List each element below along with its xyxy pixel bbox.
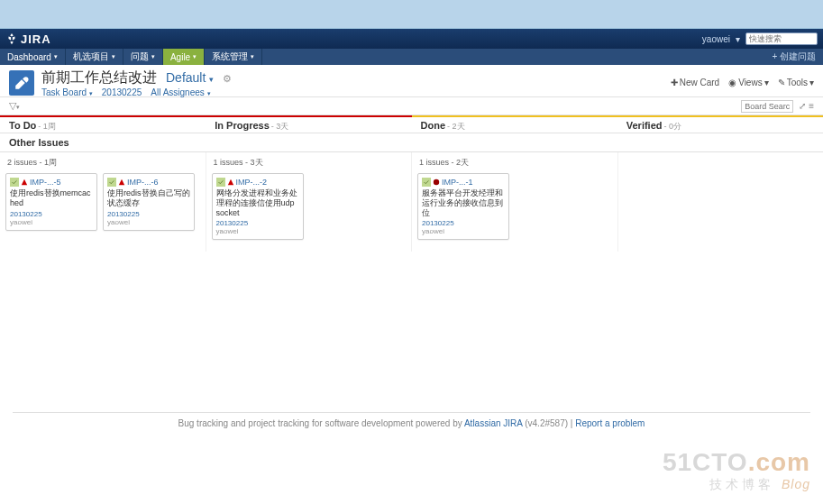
logo-text: JIRA [21,32,51,46]
card-key: IMP-...-5 [10,178,93,187]
card[interactable]: IMP-...-6 使用redis替换自己写的状态缓存 20130225 yao… [103,173,195,231]
nav-dashboard[interactable]: Dashboard▾ [0,49,66,65]
card-version: 20130225 [216,219,299,227]
card-summary: 使用redis替换自己写的状态缓存 [107,188,190,208]
svg-rect-3 [422,178,431,187]
jira-header: JIRA yaowei ▾ [0,29,823,49]
done-status-icon [433,179,440,186]
card-assignee: yaowei [422,227,505,235]
jira-logo-icon [5,32,18,45]
card-assignee: yaowei [107,218,190,226]
column-count: 1 issues - 2天 [417,155,612,173]
card-summary: 服务器平台开发经理和运行业务的接收信息到位 [422,188,505,217]
quick-search-input[interactable] [745,32,818,45]
eye-icon: ◉ [728,78,736,87]
nav-bar: Dashboard▾ 机选项目▾ 问题▾ Agile▾ 系统管理▾ + 创建问题 [0,49,823,65]
filter-dropdown-icon[interactable]: ▽▾ [9,100,20,112]
swimlane: 2 issues - 1周 IMP-...-5 使用redis替换memcach… [0,152,823,252]
board-default-dropdown[interactable]: Default ▾ [166,70,214,85]
expand-icon[interactable]: ⤢ [799,101,806,111]
column-count: 1 issues - 3天 [212,155,407,173]
priority-icon [118,179,125,186]
filter-row: ▽▾ ⤢ ≡ [0,97,823,115]
username-link[interactable]: yaowei [702,34,730,44]
priority-icon [227,179,234,186]
column-todo[interactable]: 2 issues - 1周 IMP-...-5 使用redis替换memcach… [0,152,206,252]
nav-projects[interactable]: 机选项目▾ [66,49,123,65]
column-header-verified: Verified- 0分 [617,115,823,133]
board-search-input[interactable] [741,100,793,113]
column-count: 2 issues - 1周 [5,155,200,173]
header-actions: ✚New Card ◉Views▾ ✎Tools▾ [671,78,814,87]
project-icon [9,70,34,96]
column-progress[interactable]: 1 issues - 3天 IMP-...-2 网络分发进程和业务处理程的连接信… [206,152,413,252]
task-board-link[interactable]: Task Board ▾ [41,87,93,97]
tools-icon: ✎ [778,78,785,87]
svg-rect-0 [10,178,19,187]
nav-create-issue[interactable]: + 创建问题 [764,49,823,65]
card-version: 20130225 [422,219,505,227]
assignees-dropdown[interactable]: All Assignees ▾ [151,87,210,97]
nav-issues[interactable]: 问题▾ [123,49,163,65]
watermark: 51CTO.com 技术博客 Blog [663,448,810,493]
card[interactable]: IMP-...-5 使用redis替换memcached 20130225 ya… [5,173,97,231]
footer-jira-link[interactable]: Atlassian JIRA [464,418,522,428]
svg-rect-2 [216,178,225,187]
task-type-icon [422,178,431,187]
task-type-icon [10,178,19,187]
card-key: IMP-...-1 [422,178,505,187]
card[interactable]: IMP-...-1 服务器平台开发经理和运行业务的接收信息到位 20130225… [417,173,509,240]
new-card-button[interactable]: ✚New Card [671,78,719,87]
column-done[interactable]: 1 issues - 2天 IMP-...-1 服务器平台开发经理和运行业务的接… [412,152,618,252]
username-caret: ▾ [736,34,740,44]
card-version: 20130225 [10,210,93,218]
project-title: 前期工作总结改进 [41,69,157,87]
column-header-progress: In Progress- 3天 [206,115,411,133]
card-assignee: yaowei [216,227,299,235]
gear-icon[interactable]: ⚙ [223,73,232,85]
card-summary: 网络分发进程和业务处理程的连接信使用udp socket [216,188,299,217]
column-headers: To Do- 1周 In Progress- 3天 Done- 2天 Verif… [0,115,823,133]
card-key: IMP-...-6 [107,178,190,187]
footer-report-link[interactable]: Report a problem [575,418,645,428]
collapse-icon[interactable]: ≡ [809,101,814,111]
card-version: 20130225 [107,210,190,218]
column-header-done: Done- 2天 [412,115,617,133]
views-dropdown[interactable]: ◉Views▾ [728,78,769,87]
column-count [624,155,818,161]
svg-rect-1 [107,178,116,187]
page-header: 前期工作总结改进 Default ▾ ⚙ Task Board ▾ 201302… [0,65,823,97]
tools-dropdown[interactable]: ✎Tools▾ [778,78,814,87]
card[interactable]: IMP-...-2 网络分发进程和业务处理程的连接信使用udp socket 2… [212,173,304,240]
sprint-link[interactable]: 20130225 [102,87,142,97]
swimlane-label[interactable]: Other Issues [0,133,823,152]
priority-icon [21,179,28,186]
board: To Do- 1周 In Progress- 3天 Done- 2天 Verif… [0,115,823,252]
jira-logo[interactable]: JIRA [5,32,51,46]
top-banner [0,0,823,29]
wrench-icon [14,75,30,91]
task-type-icon [107,178,116,187]
svg-point-4 [434,179,439,185]
column-verified[interactable] [618,152,824,252]
card-summary: 使用redis替换memcached [10,188,93,208]
task-type-icon [216,178,225,187]
card-assignee: yaowei [10,218,93,226]
plus-icon: ✚ [671,78,678,87]
column-header-todo: To Do- 1周 [0,115,206,133]
card-key: IMP-...-2 [216,178,299,187]
nav-agile[interactable]: Agile▾ [163,49,205,65]
footer: Bug tracking and project tracking for so… [13,412,810,434]
nav-admin[interactable]: 系统管理▾ [205,49,262,65]
